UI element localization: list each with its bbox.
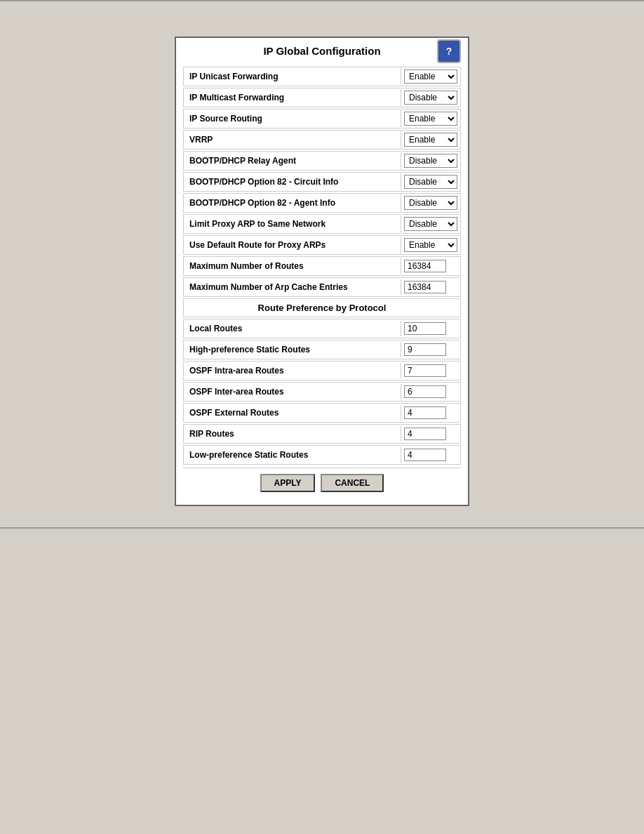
help-icon: ? [446,46,452,57]
label-limit-proxy-arp: Limit Proxy ARP to Same Network [184,216,401,232]
select-bootp-dhcp-relay[interactable]: Disable Enable [404,154,457,168]
label-ip-unicast-forwarding: IP Unicast Forwarding [184,69,401,84]
label-local-routes: Local Routes [184,321,401,336]
label-rip-routes: RIP Routes [184,426,401,442]
input-low-pref-static[interactable] [404,449,446,461]
row-max-arp-cache: Maximum Number of Arp Cache Entries [183,277,461,297]
label-vrrp: VRRP [184,132,401,147]
panel-header: IP Global Configuration ? [176,38,468,64]
help-button[interactable]: ? [437,39,461,63]
route-preference-header: Route Preference by Protocol [183,298,461,317]
control-use-default-route: Enable Disable [401,237,460,253]
label-ospf-external: OSPF External Routes [184,405,401,421]
select-ip-unicast-forwarding[interactable]: Enable Disable [404,70,457,84]
row-use-default-route: Use Default Route for Proxy ARPs Enable … [183,235,461,255]
select-bootp-agent[interactable]: Disable Enable [404,196,457,210]
label-ip-multicast-forwarding: IP Multicast Forwarding [184,90,401,105]
control-ip-unicast-forwarding: Enable Disable [401,68,460,85]
label-low-pref-static: Low-preference Static Routes [184,447,401,463]
control-ospf-intra [401,363,460,378]
control-rip-routes [401,426,460,442]
control-local-routes [401,321,460,336]
label-ip-source-routing: IP Source Routing [184,111,401,126]
panel-title: IP Global Configuration [185,45,459,57]
select-ip-multicast-forwarding[interactable]: Disable Enable [404,91,457,105]
control-bootp-dhcp-relay: Disable Enable [401,152,460,169]
form-body: IP Unicast Forwarding Enable Disable IP … [176,64,468,505]
row-local-routes: Local Routes [183,319,461,338]
control-max-arp-cache [401,279,460,295]
main-panel: IP Global Configuration ? IP Unicast For… [175,37,469,506]
row-ip-source-routing: IP Source Routing Enable Disable [183,109,461,128]
row-rip-routes: RIP Routes [183,424,461,444]
control-ip-multicast-forwarding: Disable Enable [401,89,460,106]
input-max-routes[interactable] [404,260,446,272]
input-local-routes[interactable] [404,322,446,335]
label-bootp-agent: BOOTP/DHCP Option 82 - Agent Info [184,195,401,211]
control-high-pref-static [401,342,460,357]
row-limit-proxy-arp: Limit Proxy ARP to Same Network Disable … [183,214,461,234]
label-high-pref-static: High-preference Static Routes [184,342,401,357]
row-ip-multicast-forwarding: IP Multicast Forwarding Disable Enable [183,88,461,107]
input-high-pref-static[interactable] [404,343,446,356]
row-high-pref-static: High-preference Static Routes [183,340,461,359]
row-bootp-circuit: BOOTP/DHCP Option 82 - Circuit Info Disa… [183,172,461,192]
row-low-pref-static: Low-preference Static Routes [183,445,461,465]
input-ospf-intra[interactable] [404,364,446,377]
row-ip-unicast-forwarding: IP Unicast Forwarding Enable Disable [183,67,461,86]
control-low-pref-static [401,447,460,463]
control-bootp-agent: Disable Enable [401,194,460,211]
select-bootp-circuit[interactable]: Disable Enable [404,175,457,189]
control-vrrp: Enable Disable [401,131,460,148]
control-ospf-external [401,405,460,421]
input-ospf-inter[interactable] [404,385,446,398]
label-max-arp-cache: Maximum Number of Arp Cache Entries [184,279,401,295]
row-ospf-external: OSPF External Routes [183,403,461,423]
control-ospf-inter [401,384,460,399]
label-ospf-intra: OSPF Intra-area Routes [184,363,401,378]
input-rip-routes[interactable] [404,428,446,440]
row-bootp-dhcp-relay: BOOTP/DHCP Relay Agent Disable Enable [183,151,461,171]
row-bootp-agent: BOOTP/DHCP Option 82 - Agent Info Disabl… [183,193,461,213]
control-limit-proxy-arp: Disable Enable [401,216,460,232]
input-max-arp-cache[interactable] [404,281,446,293]
input-ospf-external[interactable] [404,406,446,419]
apply-button[interactable]: APPLY [260,474,316,492]
control-ip-source-routing: Enable Disable [401,110,460,127]
row-vrrp: VRRP Enable Disable [183,130,461,150]
select-use-default-route[interactable]: Enable Disable [404,238,457,252]
label-bootp-circuit: BOOTP/DHCP Option 82 - Circuit Info [184,174,401,190]
cancel-button[interactable]: CANCEL [321,474,384,492]
control-max-routes [401,258,460,274]
row-ospf-inter: OSPF Inter-area Routes [183,382,461,402]
select-vrrp[interactable]: Enable Disable [404,133,457,147]
label-ospf-inter: OSPF Inter-area Routes [184,384,401,399]
button-row: APPLY CANCEL [183,468,461,498]
label-use-default-route: Use Default Route for Proxy ARPs [184,237,401,253]
select-limit-proxy-arp[interactable]: Disable Enable [404,217,457,231]
select-ip-source-routing[interactable]: Enable Disable [404,112,457,126]
label-max-routes: Maximum Number of Routes [184,258,401,274]
label-bootp-dhcp-relay: BOOTP/DHCP Relay Agent [184,153,401,168]
row-max-routes: Maximum Number of Routes [183,256,461,276]
row-ospf-intra: OSPF Intra-area Routes [183,361,461,380]
control-bootp-circuit: Disable Enable [401,173,460,190]
